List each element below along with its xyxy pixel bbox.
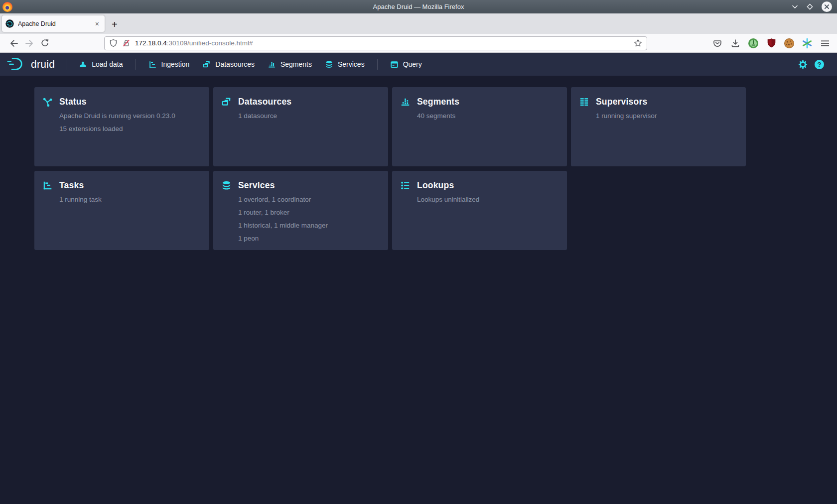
services-line: 1 peon [238,235,380,242]
druid-wordmark: druid [31,58,55,70]
close-icon[interactable] [822,1,832,12]
services-line: 1 overlord, 1 coordinator [238,196,380,203]
pocket-icon[interactable] [712,38,723,49]
url-path: :30109/unified-console.html# [167,39,253,47]
list-columns-icon [579,97,589,107]
druid-navbar: druid Load data Ingestion Datasources Se… [0,53,837,76]
card-lookups[interactable]: Lookups Lookups uninitialized [392,171,567,250]
window-titlebar: Apache Druid — Mozilla Firefox [0,0,837,13]
nav-item-services[interactable]: Services [318,53,371,76]
url-host: 172.18.0.4 [135,39,167,47]
nav-label: Segments [280,60,312,68]
nav-label: Ingestion [161,60,190,68]
tab-close-icon[interactable]: × [93,20,101,27]
card-title: Supervisors [596,97,647,107]
card-title: Services [238,180,275,191]
multi-layers-icon [221,97,232,107]
gantt-chart-icon [42,180,53,191]
extension-green-icon[interactable] [748,38,759,49]
tab-title: Apache Druid [18,20,93,27]
address-bar[interactable]: 172.18.0.4:30109/unified-console.html# [104,36,647,50]
services-line: 1 router, 1 broker [238,209,380,216]
segments-count-text: 40 segments [417,113,559,120]
card-supervisors[interactable]: Supervisors 1 running supervisor [571,87,746,166]
multi-layers-icon [202,60,211,69]
card-datasources[interactable]: Datasources 1 datasource [213,87,388,166]
shield-icon[interactable] [109,39,118,47]
gantt-chart-icon [148,60,157,69]
maximize-icon[interactable] [806,3,814,10]
properties-list-icon [400,180,411,191]
new-tab-button[interactable]: + [112,19,118,29]
ublock-icon[interactable] [766,38,777,49]
browser-toolbar: 172.18.0.4:30109/unified-console.html# [0,34,837,53]
firefox-icon [2,2,12,12]
url-text: 172.18.0.4:30109/unified-console.html# [135,39,253,47]
extension-asterisk-icon[interactable] [802,38,813,49]
services-line: 1 historical, 1 middle manager [238,222,380,229]
card-title: Tasks [59,180,84,191]
nav-item-query[interactable]: Query [384,53,428,76]
nav-label: Services [338,60,365,68]
reload-icon[interactable] [37,36,52,51]
tab-strip: Apache Druid × + [0,13,837,34]
nav-item-datasources[interactable]: Datasources [196,53,261,76]
tab-apache-druid[interactable]: Apache Druid × [2,15,105,32]
supervisors-count-text: 1 running supervisor [596,113,738,120]
nav-item-ingestion[interactable]: Ingestion [142,53,196,76]
window-title: Apache Druid — Mozilla Firefox [0,3,837,10]
card-title: Lookups [417,180,454,191]
card-title: Status [59,97,87,107]
bar-chart-icon [268,60,276,69]
divider [66,59,66,70]
nav-label: Query [403,60,422,68]
druid-logo-icon [6,56,26,72]
status-extensions-text: 15 extensions loaded [59,126,201,132]
database-icon [325,60,333,69]
nav-item-load-data[interactable]: Load data [72,53,129,76]
home-view: Status Apache Druid is running version 0… [0,76,837,504]
tasks-count-text: 1 running task [59,196,201,203]
lookups-status-text: Lookups uninitialized [417,196,559,203]
nav-label: Load data [92,60,123,68]
nav-item-segments[interactable]: Segments [261,53,318,76]
druid-favicon-icon [5,19,14,28]
card-title: Datasources [238,97,291,107]
bar-chart-icon [400,97,411,107]
menu-hamburger-icon[interactable] [820,38,831,49]
cookie-icon[interactable] [784,38,795,49]
cards-grid: Status Apache Druid is running version 0… [34,87,837,250]
back-icon[interactable] [6,36,21,51]
card-tasks[interactable]: Tasks 1 running task [34,171,209,250]
status-version-text: Apache Druid is running version 0.23.0 [59,113,201,120]
divider [136,59,136,70]
lock-insecure-icon[interactable] [122,39,131,47]
toolbar-extensions [712,38,837,49]
gear-icon[interactable] [798,60,808,69]
console-icon [390,60,399,69]
upload-icon [79,60,87,69]
navbar-right: ? [798,60,837,69]
window-controls [792,1,837,12]
forward-icon[interactable] [21,36,37,51]
card-title: Segments [417,97,459,107]
graph-icon [42,97,53,107]
card-status[interactable]: Status Apache Druid is running version 0… [34,87,209,166]
bookmark-star-icon[interactable] [634,39,642,47]
card-services[interactable]: Services 1 overlord, 1 coordinator 1 rou… [213,171,388,250]
help-icon[interactable]: ? [815,60,824,69]
card-segments[interactable]: Segments 40 segments [392,87,567,166]
druid-logo[interactable]: druid [0,56,60,72]
datasources-count-text: 1 datasource [238,113,380,120]
download-icon[interactable] [730,38,741,49]
database-icon [221,180,232,191]
divider [377,59,378,70]
nav-label: Datasources [215,60,255,68]
minimize-icon[interactable] [792,4,798,9]
